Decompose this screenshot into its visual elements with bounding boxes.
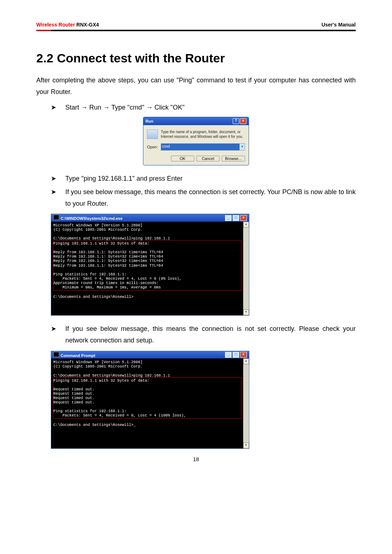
cmd2-output: Microsoft Windows XP [Version 5.1.2600] … bbox=[51, 358, 243, 448]
header-model: RNX-GX4 bbox=[75, 22, 99, 28]
step-4: If you see below message, this means the… bbox=[51, 323, 356, 346]
cmd-icon bbox=[53, 352, 59, 357]
close-icon[interactable]: × bbox=[240, 215, 247, 221]
run-icon bbox=[147, 130, 158, 139]
cancel-button[interactable]: Cancel bbox=[196, 156, 220, 161]
page-header: Wireless Router RNX-GX4 User's Manual bbox=[36, 22, 356, 30]
run-dialog: Run ? × Type the name of a program, fold… bbox=[143, 117, 249, 165]
cmd-window-fail: Command Prompt _ □ × Microsoft Windows X… bbox=[51, 351, 249, 449]
step-1: Start → Run → Type "cmd" → Click "OK" bbox=[51, 102, 356, 113]
maximize-icon[interactable]: □ bbox=[233, 352, 239, 358]
cmd-window-success: C:\WINDOWS\system32\cmd.exe _ □ × Micros… bbox=[51, 214, 249, 316]
chevron-down-icon[interactable]: ▾ bbox=[240, 144, 245, 150]
run-titlebar: Run ? × bbox=[143, 117, 249, 125]
close-icon[interactable]: × bbox=[240, 118, 246, 124]
browse-button[interactable]: Browse... bbox=[222, 156, 245, 161]
open-label: Open: bbox=[147, 145, 158, 149]
scroll-down-icon[interactable]: ▾ bbox=[243, 309, 249, 315]
step-3: If you see below message, this means the… bbox=[51, 186, 356, 210]
header-brand: Wireless Router bbox=[36, 22, 75, 28]
cmd1-highlight: Pinging 192.168.1.1 with 32 bytes of dat… bbox=[53, 241, 241, 290]
run-description: Type the name of a program, folder, docu… bbox=[161, 130, 245, 139]
close-icon[interactable]: × bbox=[240, 352, 247, 358]
open-value: cmd bbox=[161, 144, 240, 150]
scroll-down-icon[interactable]: ▾ bbox=[243, 443, 249, 448]
cmd2-highlight: Pinging 192.168.1.1 with 32 bytes of dat… bbox=[53, 378, 241, 419]
scroll-up-icon[interactable]: ▴ bbox=[243, 358, 249, 364]
step-2: Type "ping 192.168.1.1" and press Enter bbox=[51, 173, 356, 184]
section-heading: 2.2 Connect test with the Router bbox=[36, 51, 356, 65]
minimize-icon[interactable]: _ bbox=[225, 352, 232, 358]
intro-text: After completing the above steps, you ca… bbox=[36, 74, 356, 98]
cmd-icon bbox=[53, 215, 59, 220]
help-icon[interactable]: ? bbox=[233, 118, 239, 124]
header-rule bbox=[36, 30, 356, 31]
scrollbar[interactable]: ▴ ▾ bbox=[243, 358, 249, 448]
scroll-up-icon[interactable]: ▴ bbox=[243, 222, 249, 227]
minimize-icon[interactable]: _ bbox=[225, 215, 232, 221]
scrollbar[interactable]: ▴ ▾ bbox=[243, 222, 249, 315]
cmd1-title: C:\WINDOWS\system32\cmd.exe bbox=[61, 216, 123, 221]
cmd1-output: Microsoft Windows XP [Version 5.1.2600] … bbox=[51, 222, 243, 315]
page-number: 18 bbox=[36, 456, 356, 462]
open-combobox[interactable]: cmd ▾ bbox=[161, 143, 245, 151]
run-title-text: Run bbox=[146, 119, 153, 123]
maximize-icon[interactable]: □ bbox=[233, 215, 239, 221]
cmd2-title: Command Prompt bbox=[61, 353, 95, 358]
header-right: User's Manual bbox=[322, 22, 356, 28]
ok-button[interactable]: OK bbox=[171, 156, 194, 161]
